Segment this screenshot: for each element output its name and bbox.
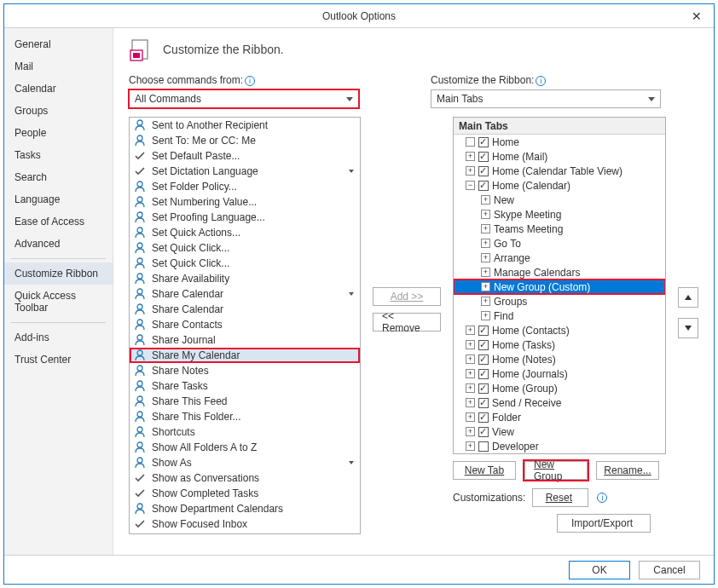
command-item[interactable]: Set Folder Policy...	[130, 179, 360, 194]
expand-toggle[interactable]: +	[466, 152, 475, 161]
sidebar-item-language[interactable]: Language	[4, 188, 113, 210]
sidebar-item-add-ins[interactable]: Add-ins	[4, 326, 113, 349]
sidebar-item-calendar[interactable]: Calendar	[4, 78, 113, 100]
tree-node[interactable]: +New	[454, 193, 665, 207]
info-icon[interactable]: i	[597, 493, 607, 503]
tree-node[interactable]: +Home (Journals)	[454, 366, 665, 381]
expand-toggle[interactable]: +	[466, 412, 475, 422]
customize-ribbon-dropdown[interactable]: Main Tabs	[431, 89, 661, 108]
new-group-button[interactable]: New Group	[524, 461, 588, 480]
command-item[interactable]: Share This Feed	[130, 394, 360, 409]
tree-node[interactable]: −Home (Calendar)	[454, 178, 665, 193]
sidebar-item-general[interactable]: General	[4, 33, 113, 55]
tree-node[interactable]: +Home (Tasks)	[454, 337, 665, 352]
expand-toggle[interactable]: +	[466, 340, 475, 349]
tabs-tree[interactable]: Main Tabs Home+Home (Mail)+Home (Calenda…	[453, 117, 666, 454]
import-export-button[interactable]: Import/Export	[557, 514, 651, 533]
command-item[interactable]: Show Completed Tasks	[130, 486, 360, 501]
expand-toggle[interactable]: +	[466, 383, 475, 393]
command-item[interactable]: Share My Calendar	[130, 348, 360, 363]
expand-toggle[interactable]: +	[466, 398, 475, 407]
expand-toggle[interactable]: +	[481, 224, 490, 233]
tree-node[interactable]: +Home (Calendar Table View)	[454, 164, 665, 178]
command-item[interactable]: Set Quick Actions...	[130, 225, 360, 240]
sidebar-item-quick-access-toolbar[interactable]: Quick Access Toolbar	[4, 285, 113, 319]
info-icon[interactable]: i	[536, 76, 546, 86]
remove-button[interactable]: << Remove	[373, 313, 441, 331]
command-item[interactable]: Share Calendar	[130, 286, 360, 302]
command-item[interactable]: Share Notes	[130, 363, 360, 378]
checkbox[interactable]	[478, 412, 489, 423]
tree-node[interactable]: +Home (Notes)	[454, 352, 665, 366]
checkbox[interactable]	[478, 427, 489, 437]
command-item[interactable]: Set Default Paste...	[130, 148, 360, 164]
expand-toggle[interactable]: +	[481, 195, 490, 205]
info-icon[interactable]: i	[245, 76, 255, 86]
expand-toggle[interactable]: +	[481, 268, 490, 277]
command-item[interactable]: Share This Folder...	[130, 409, 360, 424]
expand-toggle[interactable]: +	[466, 441, 475, 451]
sidebar-item-mail[interactable]: Mail	[4, 55, 113, 78]
expand-toggle[interactable]: +	[481, 311, 490, 320]
command-item[interactable]: Set Dictation Language	[130, 164, 360, 179]
command-item[interactable]: Show As	[130, 455, 360, 470]
tree-node[interactable]: +Teams Meeting	[454, 222, 665, 236]
command-item[interactable]: Shortcuts	[130, 424, 360, 440]
tree-node[interactable]: +Find	[454, 308, 665, 323]
expand-toggle[interactable]: +	[481, 282, 490, 291]
checkbox[interactable]	[478, 326, 489, 336]
sidebar-item-groups[interactable]: Groups	[4, 100, 113, 122]
move-up-button[interactable]	[678, 287, 698, 308]
ok-button[interactable]: OK	[569, 561, 630, 579]
command-item[interactable]: Sent To: Me or CC: Me	[130, 133, 360, 148]
tree-node[interactable]: +Home (Mail)	[454, 149, 665, 164]
close-button[interactable]: ✕	[680, 4, 714, 28]
command-item[interactable]: Share Availability	[130, 271, 360, 286]
command-item[interactable]: Show Focused Inbox	[130, 516, 360, 532]
checkbox[interactable]	[478, 137, 489, 147]
add-button[interactable]: Add >>	[373, 287, 441, 306]
checkbox[interactable]	[478, 166, 489, 176]
tree-node[interactable]: +Go To	[454, 236, 665, 251]
expand-toggle[interactable]: +	[466, 326, 475, 335]
tree-node[interactable]: +Groups	[454, 294, 665, 308]
expand-toggle[interactable]: +	[466, 369, 475, 378]
tree-node[interactable]: +Home (Group)	[454, 381, 665, 395]
command-item[interactable]: Show in Groups	[130, 532, 360, 534]
command-item[interactable]: Share Calendar	[130, 302, 360, 317]
checkbox[interactable]	[478, 369, 489, 379]
cancel-button[interactable]: Cancel	[639, 561, 700, 579]
tree-node[interactable]: Home	[454, 135, 665, 149]
expand-toggle[interactable]: +	[481, 239, 490, 248]
expand-toggle[interactable]: +	[481, 210, 490, 219]
expand-toggle[interactable]: +	[466, 355, 475, 364]
command-item[interactable]: Set Proofing Language...	[130, 210, 360, 225]
command-item[interactable]: Sent to Another Recipient	[130, 118, 360, 133]
checkbox[interactable]	[478, 441, 489, 452]
command-item[interactable]: Show Department Calendars	[130, 501, 360, 516]
checkbox[interactable]	[478, 152, 489, 162]
commands-from-dropdown[interactable]: All Commands	[129, 89, 359, 108]
command-item[interactable]: Show as Conversations	[130, 470, 360, 486]
command-item[interactable]: Share Contacts	[130, 317, 360, 332]
commands-list[interactable]: Sent to Another RecipientSent To: Me or …	[129, 117, 361, 534]
expand-toggle[interactable]: +	[466, 427, 475, 436]
new-tab-button[interactable]: New Tab	[453, 461, 516, 480]
command-item[interactable]: Set Quick Click...	[130, 256, 360, 271]
command-item[interactable]: Share Tasks	[130, 378, 360, 394]
sidebar-item-search[interactable]: Search	[4, 166, 113, 188]
tree-node[interactable]: +Home (Contacts)	[454, 323, 665, 337]
sidebar-item-tasks[interactable]: Tasks	[4, 144, 113, 166]
tree-node[interactable]: +Skype Meeting	[454, 207, 665, 222]
expand-toggle[interactable]: +	[481, 297, 490, 306]
rename-button[interactable]: Rename...	[596, 461, 659, 480]
command-item[interactable]: Show All Folders A to Z	[130, 440, 360, 455]
expand-toggle[interactable]: −	[466, 181, 475, 190]
tree-node[interactable]: +Developer	[454, 439, 665, 453]
tree-node[interactable]: +Manage Calendars	[454, 265, 665, 280]
sidebar-item-people[interactable]: People	[4, 122, 113, 144]
tree-node[interactable]: +Folder	[454, 410, 665, 424]
expand-toggle[interactable]: +	[466, 166, 475, 176]
sidebar-item-customize-ribbon[interactable]: Customize Ribbon	[4, 262, 113, 285]
command-item[interactable]: Set Numbering Value...	[130, 194, 360, 210]
